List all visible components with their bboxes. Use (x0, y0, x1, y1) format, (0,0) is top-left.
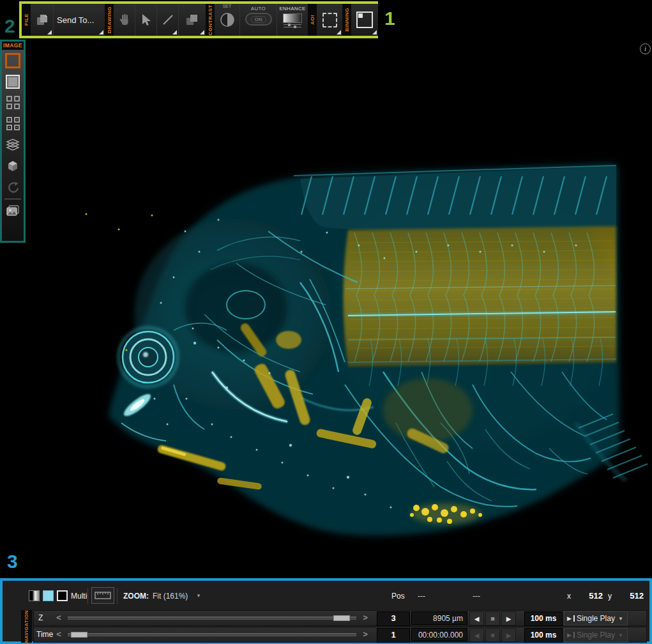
navigation-section-label: NAVIGATION (24, 610, 29, 643)
auto-on-toggle[interactable]: ON (245, 13, 272, 26)
specimen-3d-volume (26, 40, 652, 578)
z-prev-button[interactable]: ◀ (469, 611, 484, 625)
drawing-section-header: DRAWING (105, 4, 114, 36)
time-interval-field[interactable]: 100 ms (524, 628, 563, 643)
view-layers-button[interactable] (2, 134, 24, 155)
view-3d-button[interactable] (2, 155, 24, 176)
z-stop-button[interactable]: ■ (485, 611, 500, 625)
z-play-button[interactable]: ▶ (501, 611, 516, 625)
split-button-corner (337, 30, 341, 34)
time-value-field[interactable]: 1 (377, 628, 410, 643)
z-value-field[interactable]: 3 (377, 611, 410, 626)
z-position-readout: 8905 µm (411, 611, 467, 625)
image-viewport[interactable]: i (26, 40, 652, 578)
y-value: 512 (618, 591, 644, 601)
split-button-corner (47, 30, 52, 34)
chevron-down-icon[interactable]: ▼ (196, 593, 201, 599)
z-play-mode-label: Single Play (577, 614, 615, 623)
aoi-tool-group (317, 4, 342, 36)
time-slider-track[interactable] (68, 633, 356, 636)
z-slider-track[interactable] (68, 617, 356, 620)
hand-icon (118, 13, 132, 27)
square-orange-icon (5, 53, 20, 68)
time-play-button[interactable]: ▶ (501, 628, 516, 642)
copy-document-button[interactable] (31, 4, 54, 36)
view-tiles-button[interactable] (2, 92, 24, 113)
annotation-number-1: 1 (384, 8, 395, 29)
z-play-mode-dropdown[interactable]: ▶ Single Play ▼ (564, 611, 628, 625)
binning-button[interactable] (351, 4, 378, 36)
z-interval-field[interactable]: 100 ms (524, 611, 563, 626)
annotation-toolbar-outline: FILE Send To... DRAWING (19, 1, 378, 38)
send-to-button[interactable]: Send To... (54, 4, 105, 36)
x-label: x (567, 592, 571, 601)
drawing-tool-group (114, 4, 206, 36)
rotate-view-button[interactable] (2, 176, 24, 197)
cyan-channel-icon[interactable] (43, 590, 54, 601)
contrast-tool-group: SET AUTO ON ENHANCE (215, 4, 308, 36)
toolbar-divider (117, 588, 118, 604)
send-to-label: Send To... (57, 15, 94, 25)
contrast-set-button[interactable]: SET (215, 4, 240, 36)
pos-value-1: --- (418, 592, 425, 601)
draw-line-button[interactable] (157, 4, 179, 36)
time-play-mode-dropdown[interactable]: ▶ Single Play ▼ (564, 628, 628, 642)
toolbar-divider (87, 588, 88, 604)
view-split-tiles-button[interactable] (2, 113, 24, 134)
time-slider-right-arrow[interactable]: > (360, 627, 370, 642)
drawing-section-label: DRAWING (107, 6, 112, 33)
z-slider-thumb[interactable] (333, 615, 350, 621)
grayscale-view-icon[interactable] (29, 590, 40, 601)
auto-contrast-toggle[interactable]: AUTO ON (240, 4, 277, 36)
binning-section-label: BINNING (344, 8, 350, 31)
chevron-down-icon: ▼ (618, 632, 623, 638)
enhance-gradient-icon (283, 13, 302, 23)
zoom-label: ZOOM: (123, 592, 149, 601)
cursor-arrow-icon (140, 13, 153, 26)
file-tool-group: Send To... (31, 4, 105, 36)
contrast-section-label: CONTRAST (208, 4, 213, 35)
step-play-icon: ▶ (567, 615, 572, 622)
pos-value-2: --- (473, 592, 480, 601)
contrast-set-label: SET (215, 4, 239, 8)
pan-hand-button[interactable] (114, 4, 135, 36)
contrast-section-header: CONTRAST (206, 4, 215, 36)
view-single-button[interactable] (2, 71, 24, 92)
time-slider-left-arrow[interactable]: < (54, 627, 64, 642)
layers-icon (6, 138, 20, 152)
square-white-icon (6, 75, 20, 89)
split-button-corner (200, 30, 204, 34)
gallery-button[interactable] (2, 201, 24, 222)
zoom-value-dropdown[interactable]: Fit (161%) (153, 592, 188, 601)
pos-label: Pos (391, 592, 405, 601)
file-section-header: FILE (22, 4, 31, 36)
multi-channel-label[interactable]: Multi (71, 592, 87, 601)
step-play-bar-icon (573, 632, 575, 638)
z-slider-right-arrow[interactable]: > (360, 610, 370, 625)
ruler-button[interactable] (91, 587, 114, 604)
z-slider-left-arrow[interactable]: < (54, 610, 64, 625)
annotation-number-2: 2 (4, 15, 15, 37)
view-2d-button[interactable] (2, 50, 24, 71)
aoi-region-button[interactable] (317, 4, 342, 36)
select-arrow-button[interactable] (135, 4, 157, 36)
line-icon (162, 13, 174, 26)
annotation-sidebar-outline: IMAGE (0, 40, 26, 243)
info-icon[interactable]: i (640, 43, 651, 54)
enhance-button[interactable]: ENHANCE (277, 4, 308, 36)
z-row-label: Z (38, 613, 43, 622)
split-button-corner (372, 30, 377, 34)
x-value: 512 (577, 591, 603, 601)
split-button-corner (172, 30, 177, 34)
binning-icon (356, 12, 373, 28)
draw-shapes-button[interactable] (179, 4, 206, 36)
time-prev-button[interactable]: ◀ (469, 628, 484, 642)
step-play-icon: ▶ (567, 632, 572, 638)
copy-icon (34, 12, 50, 27)
file-section-label: FILE (24, 13, 29, 26)
time-stop-button[interactable]: ■ (485, 628, 500, 642)
single-channel-icon[interactable] (57, 590, 68, 601)
sidebar-divider (4, 199, 21, 199)
time-slider-thumb[interactable] (71, 632, 87, 638)
navigation-section-header: NAVIGATION (21, 610, 32, 643)
